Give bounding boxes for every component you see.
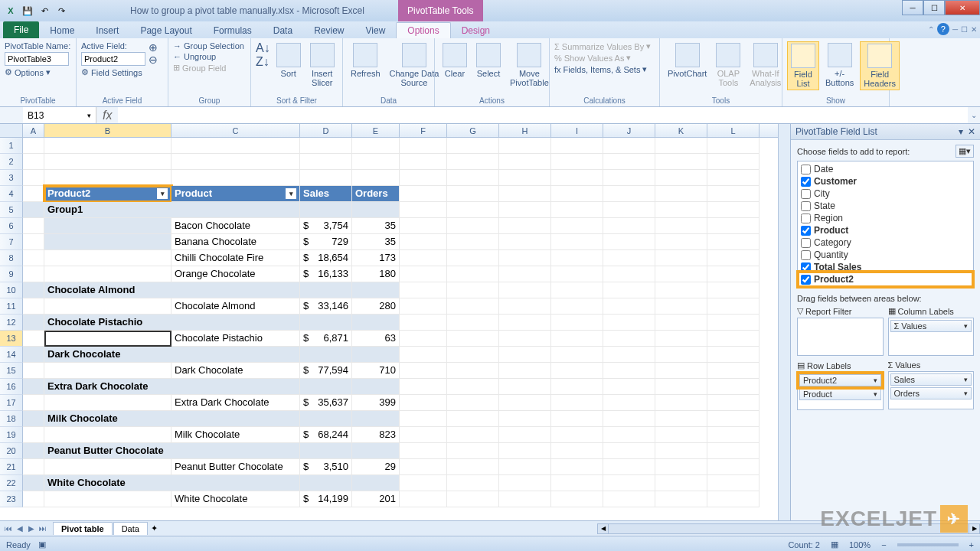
cell-product[interactable]: Orange Chocolate: [172, 266, 300, 282]
row-header-4[interactable]: 4: [0, 186, 23, 202]
field-checkbox[interactable]: [801, 201, 811, 211]
pivottable-options-button[interactable]: ⚙Options▾: [5, 67, 51, 77]
row-header-13[interactable]: 13: [0, 331, 23, 347]
select-all-corner[interactable]: [0, 124, 23, 137]
tab-review[interactable]: Review: [303, 23, 354, 38]
cell-orders[interactable]: 63: [352, 331, 400, 347]
cell-product[interactable]: Banana Chocolate: [172, 234, 300, 250]
maximize-button[interactable]: ☐: [923, 0, 945, 15]
tab-options[interactable]: Options: [396, 22, 450, 38]
redo-icon[interactable]: ↷: [54, 3, 69, 18]
row-header-19[interactable]: 19: [0, 427, 23, 443]
field-state[interactable]: State: [799, 200, 972, 212]
ungroup-button[interactable]: ← Ungroup: [173, 52, 216, 61]
row-header-20[interactable]: 20: [0, 443, 23, 459]
row-header-6[interactable]: 6: [0, 218, 23, 234]
cell-b7[interactable]: [44, 234, 172, 250]
cell-b15[interactable]: [44, 363, 172, 379]
row-header-10[interactable]: 10: [0, 282, 23, 298]
col-header-J[interactable]: J: [603, 124, 655, 137]
cell-sales[interactable]: $33,146: [300, 298, 352, 315]
col-header-C[interactable]: C: [172, 124, 300, 137]
collapse-field-icon[interactable]: ⊖: [149, 54, 158, 66]
pivot-group-label[interactable]: Chocolate Almond: [44, 282, 300, 298]
cell-sales[interactable]: $18,654: [300, 250, 352, 266]
minimize-button[interactable]: ─: [902, 0, 923, 15]
field-checkbox[interactable]: [801, 226, 811, 236]
whatif-button[interactable]: What-If Analysis: [746, 41, 784, 89]
col-header-K[interactable]: K: [655, 124, 707, 137]
sort-asc-icon[interactable]: A↓: [256, 41, 270, 55]
cell-product[interactable]: Chocolate Pistachio: [172, 331, 300, 347]
field-checkbox[interactable]: [801, 177, 811, 187]
cell-product[interactable]: Dark Chocolate: [172, 363, 300, 379]
refresh-button[interactable]: Refresh: [348, 41, 384, 80]
pivot-header-product[interactable]: Product▾: [172, 186, 300, 202]
col-header-I[interactable]: I: [551, 124, 603, 137]
cell-sales[interactable]: $16,133: [300, 266, 352, 282]
show-values-as-button[interactable]: % Show Values As ▾: [554, 53, 631, 63]
col-header-A[interactable]: A: [23, 124, 44, 137]
pivot-group-label[interactable]: White Chocolate: [44, 475, 300, 491]
row-header-2[interactable]: 2: [0, 154, 23, 170]
field-list-layout-icon[interactable]: ▦▾: [956, 145, 974, 158]
row-header-21[interactable]: 21: [0, 459, 23, 475]
area-chip-sales[interactable]: Sales▾: [890, 373, 972, 386]
expand-field-icon[interactable]: ⊕: [149, 41, 158, 54]
cell-orders[interactable]: 201: [352, 491, 400, 507]
cell-orders[interactable]: 173: [352, 250, 400, 266]
row-header-9[interactable]: 9: [0, 266, 23, 282]
field-checkbox[interactable]: [801, 165, 811, 174]
vertical-scrollbar[interactable]: [778, 124, 790, 520]
sort-button[interactable]: Sort: [273, 41, 304, 80]
pivotchart-button[interactable]: PivotChart: [665, 41, 710, 80]
cell-orders[interactable]: 180: [352, 266, 400, 282]
field-totalsales[interactable]: Total Sales: [799, 261, 972, 273]
tab-formulas[interactable]: Formulas: [203, 23, 263, 38]
sort-desc-icon[interactable]: Z↓: [256, 55, 270, 69]
group-field-button[interactable]: ⊞ Group Field: [173, 63, 226, 73]
cell-product[interactable]: Peanut Butter Chocolate: [172, 459, 300, 475]
pivot-group-label[interactable]: Chocolate Pistachio: [44, 315, 300, 331]
summarize-values-button[interactable]: Σ Summarize Values By ▾: [554, 41, 651, 51]
field-checkbox[interactable]: [801, 189, 811, 199]
cell-sales[interactable]: $77,594: [300, 363, 352, 379]
area-chip-values[interactable]: Σ Values▾: [890, 320, 972, 332]
zoom-level[interactable]: 100%: [849, 540, 871, 549]
field-list-dropdown-icon[interactable]: ▾: [959, 126, 963, 137]
field-checkbox[interactable]: [801, 262, 811, 272]
cell-orders[interactable]: 823: [352, 427, 400, 443]
report-filter-area[interactable]: [797, 318, 884, 356]
tab-home[interactable]: Home: [39, 23, 85, 38]
row-header-16[interactable]: 16: [0, 379, 23, 395]
close-button[interactable]: ✕: [945, 0, 980, 15]
field-customer[interactable]: Customer: [799, 175, 972, 187]
field-quantity[interactable]: Quantity: [799, 249, 972, 261]
cell-b9[interactable]: [44, 266, 172, 282]
insert-slicer-button[interactable]: Insert Slicer: [307, 41, 338, 89]
expand-formula-icon[interactable]: ⌄: [968, 111, 980, 119]
cell-sales[interactable]: $729: [300, 234, 352, 250]
sheet-nav-prev-icon[interactable]: ◀: [15, 524, 25, 533]
pivottable-name-input[interactable]: [5, 52, 69, 66]
tab-design[interactable]: Design: [451, 23, 501, 38]
zoom-in-icon[interactable]: +: [969, 540, 974, 549]
inner-close-icon[interactable]: ✕: [971, 25, 977, 34]
tab-file[interactable]: File: [3, 21, 39, 38]
field-list-close-icon[interactable]: ✕: [968, 126, 975, 137]
pivot-group-label[interactable]: Extra Dark Chocolate: [44, 379, 300, 395]
pivot-group-label[interactable]: Milk Chocolate: [44, 411, 300, 427]
row-header-11[interactable]: 11: [0, 298, 23, 315]
cell-sales[interactable]: $68,244: [300, 427, 352, 443]
col-header-D[interactable]: D: [300, 124, 352, 137]
cell-orders[interactable]: 399: [352, 395, 400, 411]
sheet-nav-first-icon[interactable]: ⏮: [3, 524, 14, 533]
sheet-tab-data[interactable]: Data: [113, 522, 148, 535]
tab-data[interactable]: Data: [263, 23, 303, 38]
cell-product[interactable]: Bacon Chocolate: [172, 218, 300, 234]
group-selection-button[interactable]: → Group Selection: [173, 41, 244, 51]
help-icon[interactable]: ?: [937, 23, 949, 35]
cell-product[interactable]: Chocolate Almond: [172, 298, 300, 315]
row-header-17[interactable]: 17: [0, 395, 23, 411]
row-header-8[interactable]: 8: [0, 250, 23, 266]
